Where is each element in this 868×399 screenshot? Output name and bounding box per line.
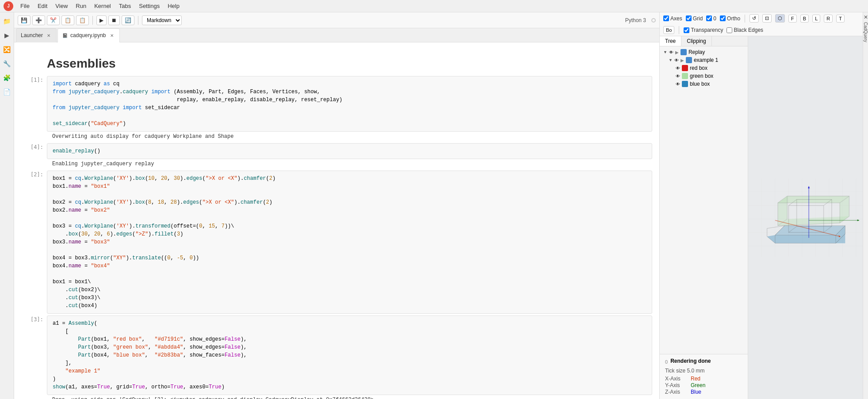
cell-1: [1]: import cadquery as cq from jupyter_… — [21, 76, 652, 141]
menu-file[interactable]: File — [17, 2, 33, 10]
viewer-content: Tree Clipping ▼ 👁 ▶ Replay ▼ 👁 — [660, 36, 863, 399]
ortho-checkbox[interactable] — [720, 15, 726, 21]
kernel-status-indicator — [651, 18, 656, 23]
transparency-checkbox-label[interactable]: Transparency — [684, 27, 723, 33]
tree-node-replay[interactable]: ▼ 👁 ▶ Replay — [662, 48, 746, 56]
tab-cadquery-close[interactable]: ✕ — [109, 32, 115, 38]
menu-view[interactable]: View — [52, 2, 71, 10]
run-button[interactable]: ▶ — [96, 15, 107, 25]
cadquery-close-button[interactable]: ✕ — [864, 14, 868, 20]
cell-2-code[interactable]: box1 = cq.Workplane('XY').box(10, 20, 30… — [47, 171, 652, 314]
stop-button[interactable]: ⏹ — [108, 15, 120, 25]
view-left-button[interactable]: L — [812, 15, 820, 23]
cell-1-output: Overwriting auto display for cadquery Wo… — [47, 132, 652, 141]
tree-eye-replay[interactable]: 👁 — [669, 50, 673, 55]
cell-3-output: Done, using side car 'CadQuery' [3]: <ju… — [47, 395, 652, 399]
cell-4-output: Enabling jupyter_cadquery replay — [47, 159, 652, 169]
tree-node-example1[interactable]: ▼ 👁 ▶ example 1 — [662, 56, 746, 64]
rendering-status: Rendering done — [670, 358, 711, 364]
tree-tab-clipping[interactable]: Clipping — [681, 36, 711, 46]
cut-button[interactable]: ✂️ — [47, 15, 60, 25]
paste-button[interactable]: 📋 — [76, 15, 89, 25]
view-bottom-button[interactable]: Bo — [663, 26, 674, 34]
transparency-label: Transparency — [691, 27, 723, 33]
tab-launcher-close[interactable]: ✕ — [46, 32, 52, 38]
rendering-tick: Tick size 5.0 mm — [665, 368, 742, 374]
view-top-button[interactable]: T — [836, 15, 845, 23]
tree-label-redbox: red box — [690, 65, 707, 71]
cell-1-code[interactable]: import cadquery as cq from jupyter_cadqu… — [47, 76, 652, 132]
viewer-toolbar-sep-1 — [745, 15, 745, 23]
cell-3-code[interactable]: a1 = Assembly( [ Part(box1, "red box", "… — [47, 315, 652, 395]
cell-3-number: [3]: — [21, 315, 43, 399]
toolbar-sep-1 — [92, 16, 93, 25]
tree-label-bluebox: blue box — [690, 81, 710, 87]
tree-node-greenbox[interactable]: 👁 green box — [662, 72, 746, 80]
cell-4-content: enable_replay() Enabling jupyter_cadquer… — [47, 143, 652, 169]
tree-example1-icon: ▶ — [681, 58, 684, 63]
menu-run[interactable]: Run — [72, 2, 90, 10]
view-right-button[interactable]: R — [824, 15, 833, 23]
tree-eye-redbox[interactable]: 👁 — [676, 66, 680, 71]
right-panel: Axes Grid 0 Ortho ↺ ⊡ ⬡ F B L R T — [659, 12, 863, 399]
black-edges-label: Black Edges — [734, 27, 763, 33]
sidebar-icon-folder[interactable]: 📁 — [2, 16, 12, 27]
menu-help[interactable]: Help — [164, 2, 183, 10]
sidebar-icon-page[interactable]: 📄 — [2, 87, 12, 97]
tab-launcher[interactable]: Launcher ✕ — [16, 28, 57, 42]
tree-eye-example1[interactable]: 👁 — [674, 58, 679, 63]
axes-checkbox-label[interactable]: Axes — [663, 15, 682, 22]
left-sidebar: 📁 ▶ 🔀 🔧 🧩 📄 — [0, 12, 14, 399]
sidebar-icon-ext[interactable]: 🧩 — [2, 72, 12, 83]
menu-settings[interactable]: Settings — [135, 2, 163, 10]
cell-type-select[interactable]: Markdown Code Raw — [142, 15, 182, 25]
viewport[interactable] — [748, 36, 863, 399]
notebook-container: 💾 ➕ ✂️ 📋 📋 ▶ ⏹ 🔄 Markdown Code Raw Pytho… — [14, 12, 659, 399]
restart-button[interactable]: 🔄 — [122, 15, 134, 25]
tree-label-example1: example 1 — [694, 57, 718, 63]
viewer-toolbar-sep-2 — [679, 26, 679, 34]
tree-eye-greenbox[interactable]: 👁 — [676, 74, 680, 79]
add-cell-button[interactable]: ➕ — [32, 15, 45, 25]
view-back-button[interactable]: B — [800, 15, 809, 23]
cell-4-code[interactable]: enable_replay() — [47, 143, 652, 159]
axes-checkbox[interactable] — [663, 15, 669, 21]
black-edges-checkbox-label[interactable]: Black Edges — [727, 27, 763, 33]
sidebar-icon-run[interactable]: ▶ — [2, 30, 12, 41]
grid-checkbox-label[interactable]: Grid — [686, 15, 703, 22]
menu-tabs[interactable]: Tabs — [115, 2, 134, 10]
view-front-button[interactable]: F — [788, 15, 797, 23]
sidebar-icon-tools[interactable]: 🔧 — [2, 58, 12, 69]
sidebar-icon-git[interactable]: 🔀 — [2, 44, 12, 55]
cell-4-number: [4]: — [21, 143, 43, 169]
tab-launcher-label: Launcher — [21, 32, 43, 38]
cadquery-side-panel: ✕ CadQuery — [863, 12, 868, 399]
view-reset-button[interactable]: ↺ — [749, 14, 759, 23]
tree-node-bluebox[interactable]: 👁 blue box — [662, 80, 746, 88]
transparency-checkbox[interactable] — [684, 27, 689, 33]
z-axis-value: Blue — [691, 389, 701, 395]
ortho-checkbox-label[interactable]: Ortho — [720, 15, 740, 22]
view-fit-button[interactable]: ⊡ — [762, 14, 772, 23]
menu-kernel[interactable]: Kernel — [91, 2, 115, 10]
save-button[interactable]: 💾 — [18, 15, 31, 25]
notebook: Assemblies [1]: import cadquery as cq fr… — [14, 42, 659, 399]
tree-eye-bluebox[interactable]: 👁 — [676, 82, 680, 87]
tree-label-greenbox: green box — [690, 73, 713, 79]
black-edges-checkbox[interactable] — [727, 27, 732, 33]
tab-cadquery[interactable]: 📓 cadquery.ipynb ✕ — [57, 28, 120, 42]
copy-button[interactable]: 📋 — [61, 15, 74, 25]
axes0-checkbox-label[interactable]: 0 — [706, 15, 716, 22]
grid-checkbox[interactable] — [686, 15, 692, 21]
cell-4: [4]: enable_replay() Enabling jupyter_ca… — [21, 143, 652, 169]
cell-1-number: [1]: — [21, 76, 43, 141]
y-axis-row: Y-Axis Green — [665, 382, 742, 388]
tree-node-redbox[interactable]: 👁 red box — [662, 64, 746, 72]
axes0-checkbox[interactable] — [706, 15, 712, 21]
menu-edit[interactable]: Edit — [34, 2, 51, 10]
cell-3-content: a1 = Assembly( [ Part(box1, "red box", "… — [47, 315, 652, 399]
tree-tab-tree[interactable]: Tree — [660, 36, 681, 46]
view-iso-button[interactable]: ⬡ — [775, 14, 785, 23]
tree-color-bluebox — [682, 81, 688, 87]
menubar: J File Edit View Run Kernel Tabs Setting… — [0, 0, 868, 12]
